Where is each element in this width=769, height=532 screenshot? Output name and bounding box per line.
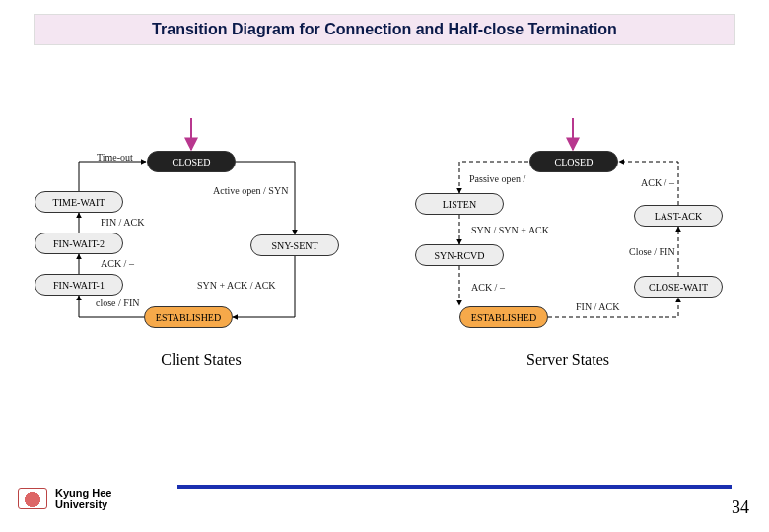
- slide-title: Transition Diagram for Connection and Ha…: [34, 14, 735, 45]
- state-last-ack: LAST-ACK: [634, 205, 723, 227]
- state-closed-server: CLOSED: [529, 151, 618, 172]
- state-closed: CLOSED: [147, 151, 236, 172]
- footer-divider: [177, 485, 732, 489]
- edge-fin-ack-server: FIN / ACK: [576, 301, 619, 312]
- university-name: Kyung Hee University: [55, 487, 111, 510]
- state-close-wait: CLOSE-WAIT: [634, 276, 723, 298]
- edge-ack-server: ACK / –: [471, 282, 505, 293]
- state-established: ESTABLISHED: [144, 306, 233, 328]
- edge-active-open: Active open / SYN: [213, 185, 288, 196]
- university-line2: University: [55, 499, 111, 510]
- edge-fin-ack: FIN / ACK: [101, 217, 144, 228]
- footer: Kyung Hee University: [18, 487, 111, 510]
- state-listen: LISTEN: [415, 193, 504, 215]
- edge-close-fin: close / FIN: [96, 298, 139, 308]
- state-syn-sent: SNY-SENT: [250, 234, 339, 256]
- edge-timeout: Time-out: [97, 152, 133, 163]
- server-diagram: CLOSED LISTEN SYN-RCVD ESTABLISHED CLOSE…: [400, 128, 735, 424]
- university-logo-icon: [18, 488, 47, 509]
- edge-syn-synack: SYN / SYN + ACK: [471, 225, 549, 235]
- university-line1: Kyung Hee: [55, 487, 111, 499]
- page-number: 34: [732, 498, 749, 518]
- state-fin-wait-2: FIN-WAIT-2: [35, 233, 123, 254]
- state-fin-wait-1: FIN-WAIT-1: [35, 274, 123, 296]
- state-established-server: ESTABLISHED: [459, 306, 548, 328]
- state-syn-rcvd: SYN-RCVD: [415, 244, 504, 266]
- server-caption: Server States: [400, 351, 735, 368]
- client-caption: Client States: [34, 351, 369, 368]
- edge-syn-ack: SYN + ACK / ACK: [197, 280, 276, 291]
- diagram-area: CLOSED SNY-SENT ESTABLISHED FIN-WAIT-1 F…: [34, 128, 735, 424]
- edge-passive-open: Passive open /: [469, 173, 525, 184]
- client-diagram: CLOSED SNY-SENT ESTABLISHED FIN-WAIT-1 F…: [34, 128, 369, 424]
- edge-close-fin-server: Close / FIN: [629, 246, 675, 257]
- edge-ack-close: ACK / –: [641, 177, 674, 188]
- edge-ack: ACK / –: [101, 258, 134, 269]
- state-time-wait: TIME-WAIT: [35, 191, 123, 213]
